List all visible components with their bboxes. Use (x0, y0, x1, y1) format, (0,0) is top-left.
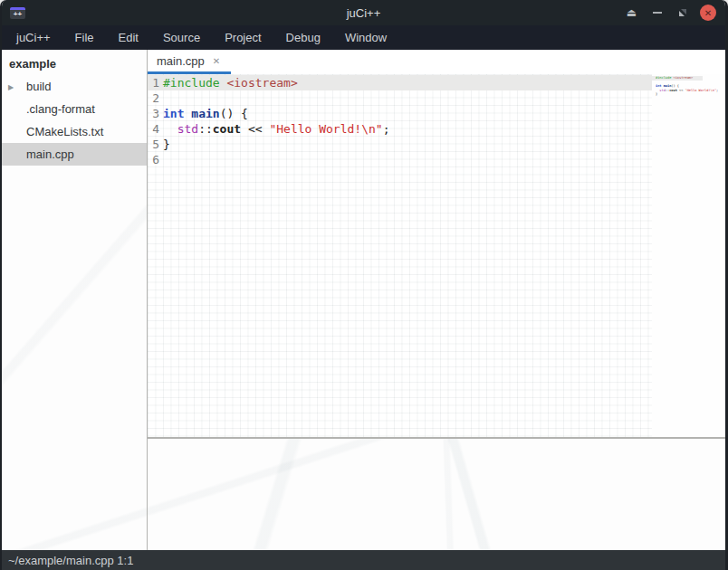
tree-items: ▶build.clang-formatCMakeLists.txtmain.cp… (2, 75, 147, 166)
tree-item-main-cpp[interactable]: main.cpp (2, 143, 147, 166)
window-title: juCi++ (2, 6, 725, 20)
code-line-1: 1#include <iostream> (148, 75, 652, 90)
line-text: std::cout << "Hello World!\n"; (159, 121, 389, 137)
menu-project[interactable]: Project (219, 27, 266, 48)
rollup-icon[interactable]: ⏏ (624, 5, 639, 21)
line-number: 1 (150, 75, 159, 90)
tree-item-build[interactable]: ▶build (2, 75, 147, 98)
line-text: } (159, 137, 170, 152)
file-tree-sidebar: example ▶build.clang-formatCMakeLists.tx… (2, 50, 148, 550)
line-text (159, 90, 163, 106)
title-bar[interactable]: ++ juCi++ ⏏ ✕ (2, 0, 725, 25)
tab-label: main.cpp (157, 54, 205, 68)
close-icon[interactable]: ✕ (700, 5, 716, 21)
code-line-5: 5} (148, 137, 652, 152)
code-area[interactable]: 1#include <iostream>23int main() {4 std:… (148, 74, 652, 437)
menu-window[interactable]: Window (340, 27, 392, 48)
line-number: 3 (150, 106, 159, 121)
expander-icon[interactable]: ▶ (8, 82, 14, 90)
tree-item-label: main.cpp (26, 147, 74, 161)
menu-juci[interactable]: juCi++ (11, 27, 56, 48)
maximize-icon[interactable] (675, 5, 690, 21)
menu-edit[interactable]: Edit (113, 27, 144, 48)
code-line-4: 4 std::cout << "Hello World!\n"; (148, 121, 652, 137)
line-text (159, 152, 163, 167)
menu-bar: juCi++ File Edit Source Project Debug Wi… (2, 25, 725, 50)
code-lines: 1#include <iostream>23int main() {4 std:… (148, 75, 652, 167)
minimap-line-6 (656, 97, 725, 101)
tree-item-cmakelists-txt[interactable]: CMakeLists.txt (2, 120, 147, 143)
tree-root-example[interactable]: example (2, 52, 147, 75)
line-number: 4 (150, 121, 159, 137)
line-number: 2 (150, 90, 159, 106)
menu-debug[interactable]: Debug (281, 27, 326, 48)
code-editor[interactable]: 1#include <iostream>23int main() {4 std:… (148, 74, 725, 437)
maximize-glyph (678, 8, 687, 17)
terminal-panel[interactable] (148, 439, 725, 550)
status-bar: ~/example/main.cpp 1:1 (2, 550, 725, 570)
minimap[interactable]: #include <iostream>int main() { std::cou… (652, 74, 725, 437)
app-window: ++ juCi++ ⏏ ✕ juCi++ File Edit Source Pr… (0, 0, 728, 570)
menu-file[interactable]: File (70, 27, 100, 48)
tab-main-cpp[interactable]: main.cpp ✕ (148, 50, 231, 74)
workspace: example ▶build.clang-formatCMakeLists.tx… (2, 50, 725, 550)
status-file-position: ~/example/main.cpp 1:1 (8, 554, 133, 567)
code-line-3: 3int main() { (148, 106, 652, 121)
tree-item-label: .clang-format (26, 102, 95, 116)
window-controls: ⏏ ✕ (624, 5, 725, 21)
minimize-icon[interactable] (649, 5, 665, 21)
tree-item-label: CMakeLists.txt (26, 125, 103, 138)
line-text: #include <iostream> (159, 75, 298, 90)
line-number: 6 (150, 152, 159, 167)
menu-source[interactable]: Source (158, 27, 206, 48)
tree-item--clang-format[interactable]: .clang-format (2, 98, 147, 120)
tab-close-icon[interactable]: ✕ (213, 56, 220, 66)
minimap-lines: #include <iostream>int main() { std::cou… (656, 76, 725, 101)
line-text: int main() { (159, 106, 248, 121)
editor-column: main.cpp ✕ 1#include <iostream>23int mai… (148, 50, 725, 550)
line-number: 5 (150, 137, 159, 152)
tree-item-label: build (26, 80, 51, 93)
code-line-2: 2 (148, 90, 652, 106)
code-line-6: 6 (148, 152, 652, 167)
tab-bar: main.cpp ✕ (148, 50, 725, 74)
